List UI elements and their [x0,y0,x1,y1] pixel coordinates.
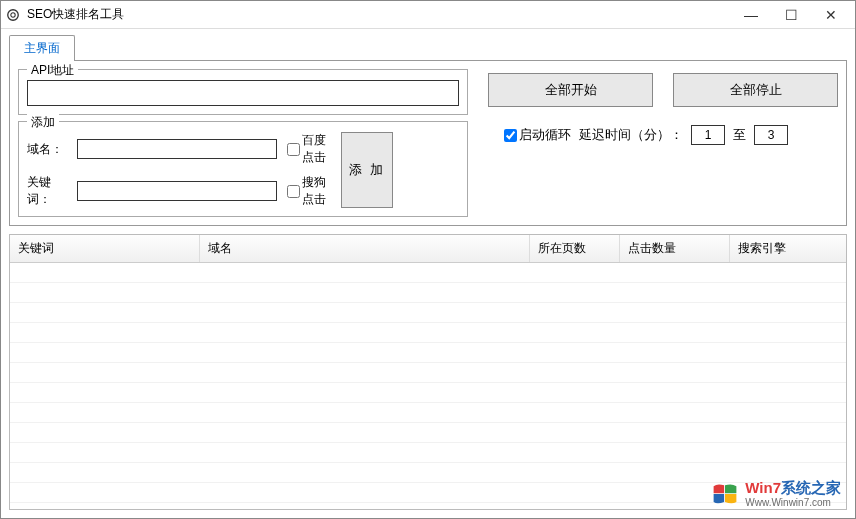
table-row [10,303,846,323]
window-controls: — ☐ ✕ [731,3,851,27]
add-button[interactable]: 添 加 [341,132,393,208]
table-header-0[interactable]: 关键词 [10,235,200,262]
api-group: API地址 [18,69,468,115]
table-row [10,323,846,343]
table-header-4[interactable]: 搜索引擎 [730,235,830,262]
tab-content: API地址 添加 域名： [9,60,847,226]
table-row [10,423,846,443]
start-all-button[interactable]: 全部开始 [488,73,653,107]
watermark-title: Win7系统之家 [745,480,841,497]
enable-loop-label: 启动循环 [519,126,571,144]
results-table: 关键词域名所在页数点击数量搜索引擎 [9,234,847,510]
delay-label: 延迟时间（分）： [579,126,683,144]
delay-from-input[interactable] [691,125,725,145]
delay-to-input[interactable] [754,125,788,145]
maximize-button[interactable]: ☐ [771,3,811,27]
api-group-title: API地址 [27,62,78,79]
baidu-click-checkbox[interactable]: 百度点击 [287,132,333,166]
baidu-click-label: 百度点击 [302,132,333,166]
stop-all-button[interactable]: 全部停止 [673,73,838,107]
table-header-3[interactable]: 点击数量 [620,235,730,262]
svg-point-1 [11,12,15,16]
svg-point-0 [8,9,19,20]
table-header-1[interactable]: 域名 [200,235,530,262]
sogou-click-input[interactable] [287,185,300,198]
domain-input[interactable] [77,139,277,159]
watermark-url: Www.Winwin7.com [745,497,841,508]
table-row [10,403,846,423]
baidu-click-input[interactable] [287,143,300,156]
tabstrip: 主界面 [9,35,847,60]
client-area: 主界面 API地址 添加 [1,29,855,518]
titlebar: SEO快速排名工具 — ☐ ✕ [1,1,855,29]
table-row [10,263,846,283]
sogou-click-label: 搜狗点击 [302,174,333,208]
windows-flag-icon [711,480,739,508]
table-row [10,443,846,463]
domain-label: 域名： [27,141,73,158]
minimize-button[interactable]: — [731,3,771,27]
app-window: SEO快速排名工具 — ☐ ✕ 主界面 API地址 添加 [0,0,856,519]
add-group: 添加 域名： 百度点击 [18,121,468,217]
table-header-row: 关键词域名所在页数点击数量搜索引擎 [10,235,846,263]
add-group-title: 添加 [27,114,59,131]
table-row [10,283,846,303]
keyword-label: 关键词： [27,174,73,208]
api-url-input[interactable] [27,80,459,106]
table-body [10,263,846,510]
delay-to-label: 至 [733,126,746,144]
window-title: SEO快速排名工具 [27,6,731,23]
loop-row: 启动循环 延迟时间（分）： 至 [488,125,838,145]
keyword-input[interactable] [77,181,277,201]
watermark: Win7系统之家 Www.Winwin7.com [711,480,841,508]
sogou-click-checkbox[interactable]: 搜狗点击 [287,174,333,208]
table-header-2[interactable]: 所在页数 [530,235,620,262]
enable-loop-input[interactable] [504,129,517,142]
app-icon [5,7,21,23]
table-row [10,363,846,383]
tab-main[interactable]: 主界面 [9,35,75,61]
enable-loop-checkbox[interactable]: 启动循环 [504,126,571,144]
table-row [10,383,846,403]
close-button[interactable]: ✕ [811,3,851,27]
table-row [10,343,846,363]
